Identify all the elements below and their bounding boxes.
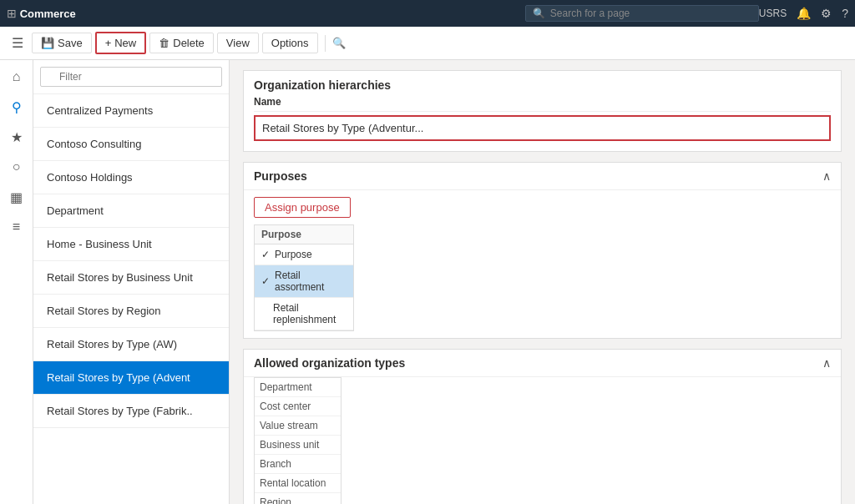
user-label: USRS [759,8,787,19]
bell-icon[interactable]: 🔔 [797,7,811,20]
list-filter [33,60,229,94]
purpose-retail-assortment: Retail assortment [275,270,347,293]
allowed-type-item: Value stream [255,416,341,436]
allowed-type-item: Rental location [255,474,341,493]
list-item-active[interactable]: Retail Stores by Type (Advent [33,361,229,395]
name-col-header: Name [254,93,831,112]
purposes-title: Purposes [254,169,307,183]
sidebar-home-icon[interactable]: ⌂ [3,63,30,90]
org-section-title: Organization hierarchies [254,78,391,92]
allowed-collapse-icon[interactable]: ∧ [822,356,831,370]
org-hierarchies-section: Organization hierarchies Name Retail Sto… [243,70,842,152]
list-item[interactable]: Home - Business Unit [33,228,229,261]
view-label: View [226,37,250,49]
purpose-table: Purpose ✓ Purpose ✓ Retail assortment Re… [254,224,354,331]
assign-purpose-container: Assign purpose [244,190,841,224]
list-item[interactable]: Retail Stores by Business Unit [33,261,229,295]
top-bar: ⊞ Commerce 🔍 USRS 🔔 ⚙ ? [0,0,855,27]
list-item[interactable]: Contoso Consulting [33,128,229,161]
save-button[interactable]: 💾 Save [32,33,92,53]
gear-icon[interactable]: ⚙ [821,7,832,20]
sidebar-list-icon[interactable]: ≡ [3,214,30,240]
help-icon[interactable]: ? [842,7,848,20]
list-panel: Centralized Payments Contoso Consulting … [33,60,230,504]
allowed-org-section: Allowed organization types ∧ Department … [243,349,842,504]
list-item[interactable]: Retail Stores by Type (AW) [33,328,229,361]
allowed-type-item: Cost center [255,397,341,416]
layout: ⌂ ⚲ ★ ○ ▦ ≡ Centralized Payments Contoso… [0,60,855,504]
view-button[interactable]: View [217,33,259,53]
main-content: Organization hierarchies Name Retail Sto… [230,60,855,504]
toolbar-search-icon: 🔍 [332,37,346,49]
check-icon: ✓ [261,275,270,287]
org-section-header: Organization hierarchies Name Retail Sto… [244,71,841,151]
allowed-type-item-branch: Branch [255,455,341,474]
allowed-section-header: Allowed organization types ∧ [244,350,841,377]
search-input[interactable] [550,8,734,19]
purposes-collapse-icon[interactable]: ∧ [822,169,831,183]
purpose-col-header: Purpose [261,229,301,240]
list-item[interactable]: Retail Stores by Type (Fabrik.. [33,395,229,428]
search-bar[interactable]: 🔍 [525,5,759,22]
allowed-section-title: Allowed organization types [254,356,405,370]
hamburger-icon[interactable]: ☰ [7,32,28,54]
allowed-type-item: Business unit [255,436,341,455]
assign-purpose-button[interactable]: Assign purpose [254,197,351,218]
purpose-row-replenishment[interactable]: Retail replenishment [255,298,353,330]
options-label: Options [271,37,309,49]
delete-button[interactable]: 🗑 Delete [149,33,214,53]
side-icons: ⌂ ⚲ ★ ○ ▦ ≡ [0,60,33,504]
save-icon: 💾 [41,37,54,49]
purpose-label: Purpose [275,249,312,260]
purpose-row[interactable]: ✓ Purpose [255,244,353,265]
list-item[interactable]: Centralized Payments [33,94,229,128]
allowed-types-list: Department Cost center Value stream Busi… [254,377,341,504]
search-icon: 🔍 [533,8,545,19]
new-label: New [114,37,136,49]
list-items: Centralized Payments Contoso Consulting … [33,94,229,504]
grid-icon[interactable]: ⊞ [7,7,17,20]
check-icon: ✓ [261,249,270,260]
delete-icon: 🗑 [159,37,169,49]
purpose-retail-replenishment: Retail replenishment [273,302,347,325]
org-row-text: Retail Stores by Type (Adventur... [262,122,423,134]
new-button[interactable]: + New [95,32,147,54]
sidebar-filter-icon[interactable]: ⚲ [3,93,30,120]
list-item[interactable]: Retail Stores by Region [33,295,229,328]
purposes-header: Purposes ∧ [244,163,841,190]
sidebar-recent-icon[interactable]: ○ [3,154,30,180]
purposes-section: Purposes ∧ Assign purpose Purpose ✓ Purp… [243,162,842,339]
toolbar-separator [325,35,326,52]
purpose-row-selected[interactable]: ✓ Retail assortment [255,265,353,298]
list-item[interactable]: Contoso Holdings [33,161,229,194]
allowed-type-item: Region [255,493,341,504]
list-item[interactable]: Department [33,194,229,228]
plus-icon: + [105,37,112,49]
org-row[interactable]: Retail Stores by Type (Adventur... [254,115,831,141]
delete-label: Delete [173,37,205,49]
options-button[interactable]: Options [262,33,318,53]
purpose-table-header: Purpose [255,225,353,244]
allowed-type-item: Department [255,378,341,397]
filter-input[interactable] [40,67,222,87]
save-label: Save [58,37,83,49]
sidebar-star-icon[interactable]: ★ [3,123,30,150]
toolbar: ☰ 💾 Save + New 🗑 Delete View Options 🔍 [0,27,855,60]
sidebar-table-icon[interactable]: ▦ [3,184,30,210]
top-bar-right: USRS 🔔 ⚙ ? [759,7,848,20]
app-name: Commerce [20,8,525,20]
